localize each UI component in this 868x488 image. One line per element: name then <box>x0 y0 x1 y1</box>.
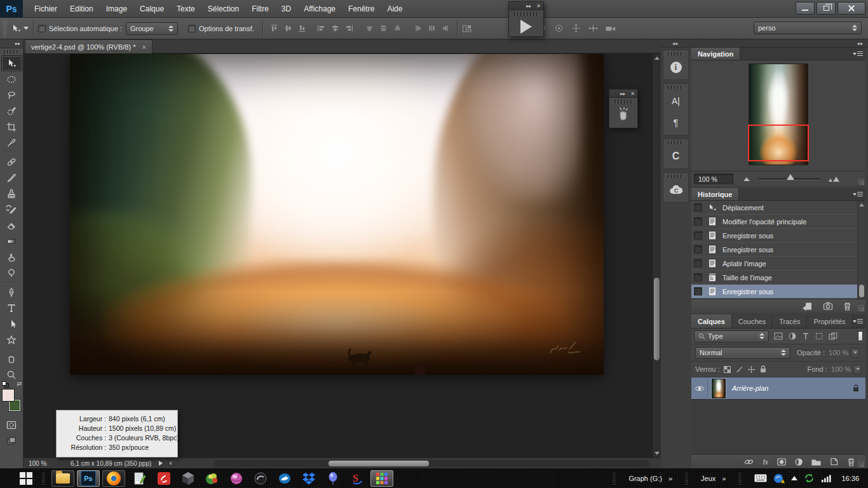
fill-field[interactable]: 100 % <box>831 365 862 374</box>
close-button[interactable] <box>837 2 865 15</box>
layer-name[interactable]: Arrière-plan <box>732 384 768 392</box>
align-bottom-edges-icon[interactable] <box>298 24 306 32</box>
menu-aide[interactable]: Aide <box>381 0 409 18</box>
toolbox-header[interactable]: ▸▸ <box>0 39 23 48</box>
canvas-viewport[interactable]: ▸▸ ✕ <box>24 53 652 458</box>
taskbar-grip[interactable] <box>42 472 45 485</box>
history-source-checkbox[interactable] <box>694 245 702 254</box>
layer-thumbnail[interactable] <box>712 379 726 398</box>
panel-grip[interactable] <box>668 141 684 144</box>
history-source-checkbox[interactable] <box>694 217 702 226</box>
menu-edition[interactable]: Edition <box>64 0 100 18</box>
resize-grip[interactable] <box>858 179 864 185</box>
close-panel-icon[interactable]: ✕ <box>536 3 541 9</box>
collapse-iconstrip-icon[interactable]: ◂◂ <box>672 41 677 46</box>
move-tool-preset-icon[interactable] <box>11 24 21 34</box>
tab-traces[interactable]: Tracés <box>773 315 807 328</box>
distribute-right-edges-icon[interactable] <box>442 24 450 32</box>
taskbar-grip[interactable] <box>738 472 742 485</box>
menu-filtre[interactable]: Filtre <box>245 0 275 18</box>
pen-tool[interactable] <box>1 284 22 300</box>
tab-navigation[interactable]: Navigation <box>691 48 740 60</box>
menu-texte[interactable]: Texte <box>170 0 201 18</box>
3d-slide-icon[interactable] <box>588 24 599 33</box>
new-group-icon[interactable] <box>811 458 821 466</box>
taskbar-balloon-app[interactable] <box>321 470 345 487</box>
cloud-panel-icon[interactable]: C <box>663 179 688 201</box>
new-layer-icon[interactable] <box>830 458 838 466</box>
type-filter-icon[interactable] <box>802 332 810 340</box>
status-zoom-level[interactable]: 100 % <box>29 460 57 467</box>
menu-calque[interactable]: Calque <box>133 0 170 18</box>
elliptical-marquee-tool[interactable] <box>1 71 22 87</box>
options-grip[interactable] <box>3 20 7 37</box>
history-state[interactable]: Taille de l'image <box>691 271 865 285</box>
adjustment-layer-icon[interactable] <box>795 458 803 466</box>
auto-select-group-dropdown[interactable]: Groupe <box>126 22 178 35</box>
zoom-slider-thumb[interactable] <box>787 174 794 180</box>
taskbar-photoshop[interactable]: Ps <box>77 470 100 487</box>
hand-rotate-icon[interactable] <box>609 107 637 123</box>
menu-selection[interactable]: Sélection <box>201 0 245 18</box>
info-panel-icon[interactable]: i <box>663 57 688 78</box>
start-button[interactable] <box>17 470 36 487</box>
panel-grip[interactable] <box>614 100 632 104</box>
history-source-checkbox[interactable] <box>694 203 702 212</box>
default-colors-icon[interactable] <box>2 381 9 388</box>
taskbar-pixel-grid-app[interactable] <box>370 470 393 487</box>
sync-status-tray-icon[interactable] <box>804 473 815 484</box>
canvas-artwork[interactable] <box>70 54 604 375</box>
resize-grip[interactable] <box>858 461 864 467</box>
custom-shape-tool[interactable] <box>1 332 22 348</box>
delete-layer-icon[interactable] <box>847 458 855 466</box>
history-state[interactable]: Modifier l'opacité principale <box>691 215 865 229</box>
hand-tool[interactable] <box>1 351 22 367</box>
panel-grip[interactable] <box>668 175 684 178</box>
history-brush-tool[interactable] <box>1 201 22 217</box>
menu-3d[interactable]: 3D <box>275 0 297 18</box>
close-panel-icon[interactable]: ✕ <box>630 91 635 97</box>
gradient-tool[interactable] <box>1 233 22 249</box>
align-right-edges-icon[interactable] <box>345 24 353 32</box>
collapse-dock-icon[interactable]: ▸▸ <box>858 41 863 46</box>
history-scrollbar[interactable] <box>857 201 865 299</box>
history-source-checkbox[interactable] <box>694 259 702 268</box>
taskbar-firefox[interactable] <box>102 470 125 487</box>
zoom-out-icon[interactable] <box>743 177 750 181</box>
3d-camera-icon[interactable] <box>605 24 616 33</box>
resize-grip[interactable] <box>858 305 864 311</box>
tab-couches[interactable]: Couches <box>732 315 773 328</box>
add-layer-mask-icon[interactable] <box>777 458 786 466</box>
path-selection-tool[interactable] <box>1 316 22 332</box>
status-options-icon[interactable] <box>159 461 163 466</box>
vertical-scroll-thumb[interactable] <box>654 278 660 360</box>
lock-paint-icon[interactable] <box>736 365 743 373</box>
panel-grip[interactable] <box>668 86 684 89</box>
menu-affichage[interactable]: Affichage <box>297 0 342 18</box>
taskbar-dark-circle-app[interactable] <box>248 470 273 487</box>
taskbar-paint-tool-sai[interactable]: S <box>345 470 369 487</box>
crop-tool[interactable] <box>1 119 22 135</box>
history-state-selected[interactable]: Enregistrer sous <box>691 285 865 299</box>
panel-menu-icon[interactable] <box>853 191 863 198</box>
panel-grip[interactable] <box>668 52 684 55</box>
preset-caret-icon[interactable] <box>24 27 29 30</box>
adjustment-filter-icon[interactable] <box>789 332 796 340</box>
workspace-switcher[interactable]: perso <box>754 22 862 34</box>
taskbar-grip[interactable] <box>613 472 616 485</box>
scroll-down-icon[interactable] <box>654 452 660 455</box>
panel-grip[interactable] <box>514 12 538 16</box>
taskbar-red-utility[interactable] <box>152 470 176 487</box>
minimize-button[interactable] <box>796 2 815 15</box>
document-tab[interactable]: vertige2-4.psd @ 100% (RVB/8) * × <box>25 39 153 53</box>
smart-object-filter-icon[interactable] <box>829 332 837 340</box>
pixel-filter-icon[interactable] <box>774 332 783 340</box>
zoom-in-icon[interactable] <box>829 177 839 182</box>
menu-fenetre[interactable]: Fenêtre <box>342 0 381 18</box>
history-source-checkbox[interactable] <box>694 273 702 281</box>
history-state[interactable]: Enregistrer sous <box>691 243 865 257</box>
align-left-edges-icon[interactable] <box>317 24 325 32</box>
distribute-top-edges-icon[interactable] <box>365 24 374 32</box>
foreground-color-swatch[interactable] <box>2 389 15 402</box>
taskbar-dropbox[interactable] <box>297 470 321 487</box>
